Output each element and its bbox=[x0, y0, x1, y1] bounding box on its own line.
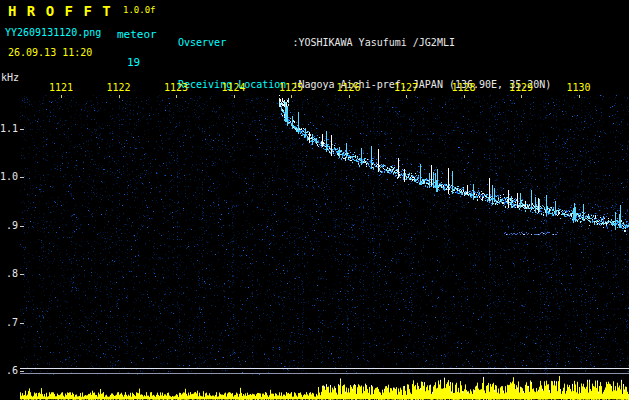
mode-label: meteor bbox=[117, 28, 157, 41]
info-value: :YOSHIKAWA Yasufumi /JG2MLI bbox=[292, 37, 455, 48]
freq-tick-label: .7 bbox=[0, 317, 18, 328]
time-tick-label: 1124 bbox=[216, 82, 252, 93]
time-tick-label: 1128 bbox=[446, 82, 482, 93]
freq-axis-unit: kHz bbox=[1, 72, 19, 83]
time-tick-label: 1127 bbox=[388, 82, 424, 93]
time-tick-label: 1123 bbox=[158, 82, 194, 93]
spectrogram-canvas bbox=[20, 95, 629, 400]
time-tick-label: 1122 bbox=[101, 82, 137, 93]
freq-tick-label: .6 bbox=[0, 365, 18, 376]
freq-tick-label: .8 bbox=[0, 268, 18, 279]
freq-tick-label: 1.1 bbox=[0, 123, 18, 134]
app-title: H R O F F T bbox=[8, 3, 112, 19]
freq-tick-label: .9 bbox=[0, 220, 18, 231]
time-tick-label: 1129 bbox=[503, 82, 539, 93]
freq-tick-label: 1.0 bbox=[0, 171, 18, 182]
app-version: 1.0.0f bbox=[123, 5, 156, 15]
output-filename: YY2609131120.png bbox=[5, 27, 101, 38]
meteor-count: 19 bbox=[127, 56, 140, 69]
time-tick-label: 1121 bbox=[43, 82, 79, 93]
time-tick-label: 1125 bbox=[273, 82, 309, 93]
timestamp: 26.09.13 11:20 bbox=[8, 47, 92, 58]
time-tick-label: 1126 bbox=[331, 82, 367, 93]
info-row-observer: Ovserver :YOSHIKAWA Yasufumi /JG2MLI bbox=[178, 36, 575, 50]
info-label: Ovserver bbox=[178, 37, 292, 48]
hrofft-output: H R O F F T 1.0.0f YY2609131120.png mete… bbox=[0, 0, 629, 400]
time-tick-label: 1130 bbox=[561, 82, 597, 93]
